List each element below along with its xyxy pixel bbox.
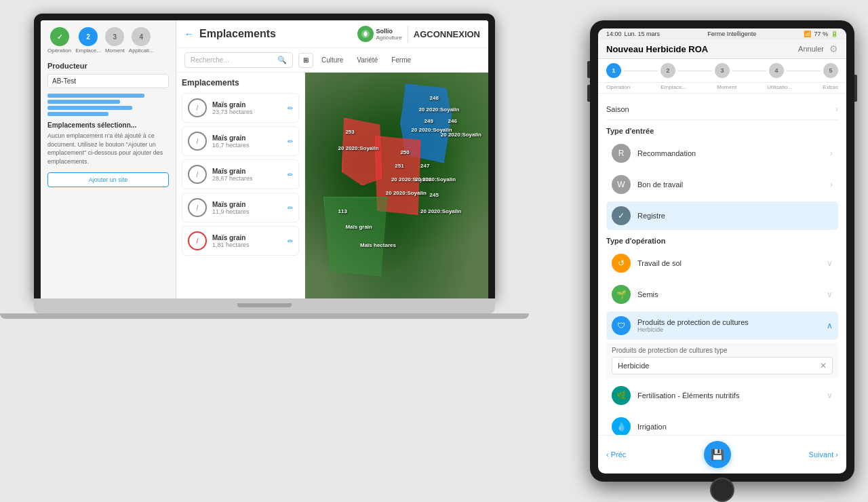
filter-tab-culture[interactable]: Culture — [316, 54, 349, 66]
map-label-246: 246 — [448, 118, 457, 124]
tablet-step-4[interactable]: 4 — [769, 63, 784, 78]
op-travail-sol-icon: ↺ — [612, 254, 631, 273]
op-semis[interactable]: 🌱 Semis ∨ — [606, 280, 838, 309]
map-label-251: 251 — [395, 163, 403, 169]
step-connector-1 — [624, 71, 658, 71]
entree-bon-travail[interactable]: W Bon de travail › — [606, 170, 838, 199]
herbicide-value: Herbicide — [618, 362, 820, 370]
step-label-3: Moment — [717, 84, 736, 90]
step-2[interactable]: 2 Emplace... — [75, 27, 101, 54]
map-label-253: 253 — [345, 129, 354, 135]
blue-line-1 — [47, 94, 144, 98]
emplacements-list-title: Emplacements — [182, 78, 299, 88]
entree-recommandation-label: Recommandation — [637, 149, 696, 157]
op-semis-label: Semis — [637, 290, 658, 298]
op-protection-cultures[interactable]: 🛡 Produits de protection de cultures Her… — [606, 311, 838, 340]
tablet-power-button[interactable] — [854, 75, 857, 102]
emplacement-edit-2[interactable]: ✏ — [288, 138, 293, 145]
map-label-soya-253: 20 2020:Soyaïin — [338, 145, 379, 151]
entree-bon-chevron: › — [830, 180, 833, 189]
tablet-vol-up-button[interactable] — [587, 61, 590, 78]
map-label-soya-247: 20 2020:Soyaïin — [415, 176, 456, 182]
laptop-device: ✓ Opération 2 Emplace... 3 Moment 4 — [34, 14, 495, 326]
blue-line-4 — [47, 112, 108, 116]
tablet-device: 14:00 Lun. 15 mars Ferme Intelligente 📶 … — [590, 20, 854, 482]
emplacement-info-2: Maïs grain 16,7 hectares — [212, 134, 288, 149]
sollio-icon — [357, 26, 374, 42]
map-label-soya-bot: 20 2020:Soyaïin — [386, 190, 427, 196]
tablet-app-header: Nouveau Herbicide ROA Annuler ⚙ — [598, 39, 846, 59]
op-fertilisation-chevron: ∨ — [827, 391, 833, 400]
tablet-step-3[interactable]: 3 — [715, 63, 730, 78]
emplacement-edit-4[interactable]: ✏ — [288, 204, 293, 212]
back-button[interactable]: ← — [184, 28, 194, 39]
op-fertilisation[interactable]: 🌿 Fertilisation - Éléments nutritifs ∨ — [606, 381, 838, 410]
tablet-step-5[interactable]: 5 — [823, 63, 838, 78]
op-fertilisation-label: Fertilisation - Éléments nutritifs — [637, 391, 739, 400]
tablet-step-1[interactable]: 1 — [606, 63, 621, 78]
filter-tab-ferme[interactable]: Ferme — [386, 54, 416, 66]
map-label-soya-246: 20 2020:Soyaïin — [441, 132, 481, 138]
step-3-circle: 3 — [105, 27, 124, 46]
logo-area: Sollio Agriculture AGCONNEXION — [357, 26, 480, 42]
op-travail-sol-label: Travail de sol — [637, 259, 682, 267]
laptop-steps: ✓ Opération 2 Emplace... 3 Moment 4 — [47, 27, 169, 54]
emplacement-edit-3[interactable]: ✏ — [288, 171, 293, 178]
search-box[interactable]: Recherche... 🔍 — [184, 52, 293, 68]
emplacement-edit-1[interactable]: ✏ — [288, 104, 293, 112]
tablet-step-2[interactable]: 2 — [660, 63, 675, 78]
prev-button[interactable]: ‹ Préc — [606, 450, 626, 459]
op-travail-sol[interactable]: ↺ Travail de sol ∨ — [606, 249, 838, 277]
emplacement-item-4[interactable]: / Maïs grain 11,9 hectares ✏ — [182, 193, 299, 223]
emplacement-name-5: Maïs grain — [212, 234, 288, 242]
sollio-logo: Sollio Agriculture — [357, 26, 402, 42]
filter-icon-tablet[interactable]: ⚙ — [829, 43, 838, 54]
step-labels: Opération Emplace... Moment Utilisatio..… — [598, 83, 846, 94]
step-4[interactable]: 4 Applicati... — [129, 27, 154, 54]
tablet-vol-down-button[interactable] — [587, 85, 590, 102]
saison-field[interactable]: Saison › — [606, 99, 838, 120]
step-3[interactable]: 3 Moment — [105, 27, 125, 54]
add-site-button[interactable]: Ajouter un site — [47, 172, 169, 187]
op-irrigation-icon: 💧 — [612, 417, 631, 435]
save-fab-button[interactable]: 💾 — [704, 441, 731, 468]
step-4-circle: 4 — [132, 27, 151, 46]
status-right: 📶 77 % 🔋 — [804, 31, 838, 37]
laptop-left-panel: ✓ Opération 2 Emplace... 3 Moment 4 — [41, 20, 176, 298]
entree-registre[interactable]: ✓ Registre — [606, 201, 838, 230]
annuler-button[interactable]: Annuler — [798, 45, 824, 53]
emplacement-info-4: Maïs grain 11,9 hectares — [212, 201, 288, 215]
emplacement-size-1: 23,73 hectares — [212, 109, 288, 115]
emplacement-item-3[interactable]: / Maïs grain 28,67 hectares ✏ — [182, 159, 299, 189]
status-day: Lun. 15 mars — [625, 31, 660, 37]
emplacement-size-4: 11,9 hectares — [212, 208, 288, 215]
producteur-section-title: Producteur — [47, 62, 169, 70]
filter-icon-button[interactable]: ⊞ — [298, 53, 313, 68]
entree-recommandation[interactable]: R Recommandation › — [606, 139, 838, 168]
emplacement-item-1[interactable]: / Maïs grain 23,73 hectares ✏ — [182, 93, 299, 123]
op-irrigation[interactable]: 💧 Irrigation — [606, 412, 838, 435]
herbicide-input-row[interactable]: Herbicide ✕ — [612, 357, 833, 374]
header-actions: Annuler ⚙ — [798, 43, 838, 54]
emplacement-item-2[interactable]: / Maïs grain 16,7 hectares ✏ — [182, 126, 299, 156]
op-protection-icon: 🛡 — [612, 316, 631, 335]
emplacement-item-5[interactable]: / Maïs grain 1,81 hectares ✏ — [182, 226, 299, 256]
tablet-home-button[interactable] — [710, 478, 734, 502]
emplacement-icon-1: / — [188, 98, 207, 117]
producer-value: AB-Test — [47, 74, 169, 88]
op-protection-label: Produits de protection de cultures — [637, 318, 749, 326]
emplacement-edit-5[interactable]: ✏ — [288, 237, 293, 245]
laptop-toolbar: Recherche... 🔍 ⊞ Culture Variété Ferme — [176, 48, 488, 73]
next-button[interactable]: Suivant › — [809, 450, 838, 459]
emplacement-name-3: Maïs grain — [212, 168, 288, 175]
laptop-content-area: Emplacements / Maïs grain 23,73 hectares… — [176, 73, 488, 298]
filter-tab-variete[interactable]: Variété — [351, 54, 383, 66]
map-label-soya-245: 20 2020:Soyaïin — [420, 208, 461, 214]
emplacements-section-title: Emplacements sélectionn... — [47, 121, 169, 129]
step-connector-4 — [787, 71, 821, 71]
step-2-label: Emplace... — [75, 47, 101, 54]
map-area: 248 20 2020:Soyaïin 249 20 2020:Soyaïin … — [305, 73, 488, 298]
empty-state-text: Aucun emplacement n'a été ajouté à ce do… — [47, 132, 169, 166]
herbicide-clear-button[interactable]: ✕ — [820, 361, 827, 370]
search-icon[interactable]: 🔍 — [277, 56, 287, 64]
